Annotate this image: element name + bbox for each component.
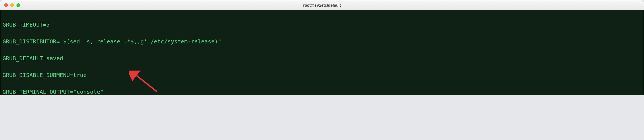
minimize-icon[interactable] <box>10 3 14 7</box>
maximize-icon[interactable] <box>16 3 20 7</box>
config-line: GRUB_TIMEOUT=5 <box>3 20 641 29</box>
traffic-lights <box>0 3 20 7</box>
config-line: GRUB_TERMINAL_OUTPUT="console" <box>3 88 641 95</box>
config-line: GRUB_DEFAULT=saved <box>3 54 641 62</box>
titlebar[interactable]: root@sv:/etc/default <box>0 0 644 10</box>
config-line: GRUB_DISABLE_SUBMENU=true <box>3 71 641 79</box>
config-line: GRUB_DISTRIBUTOR="$(sed 's, release .*$,… <box>3 37 641 46</box>
terminal-body[interactable]: GRUB_TIMEOUT=5 GRUB_DISTRIBUTOR="$(sed '… <box>0 10 644 95</box>
close-icon[interactable] <box>4 3 8 7</box>
terminal-window: root@sv:/etc/default GRUB_TIMEOUT=5 GRUB… <box>0 0 644 95</box>
window-title: root@sv:/etc/default <box>0 3 644 8</box>
